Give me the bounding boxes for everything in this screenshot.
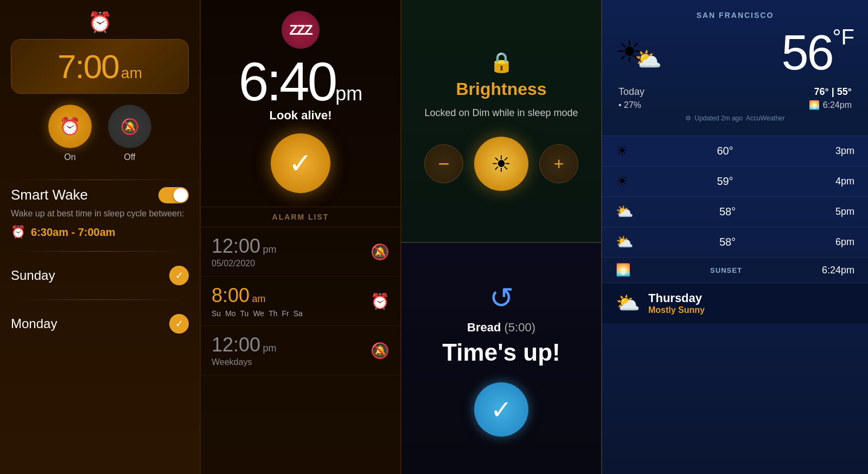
utils-panel: 🔒 Brightness Locked on Dim while in slee… — [401, 0, 602, 474]
hour-3pm-temp: 60° — [628, 145, 822, 157]
weather-hourly-list[interactable]: ☀ 60° 3pm ☀ 59° 4pm ⛅ 58° 5pm ⛅ 58° 6pm … — [602, 136, 868, 474]
timer-check-icon: ✓ — [490, 394, 512, 425]
alarm3-schedule: Weekdays — [212, 357, 277, 367]
brightness-title: Brightness — [456, 79, 546, 99]
timer-name: Bread (5:00) — [467, 321, 535, 335]
precipitation-value: • 27% — [618, 100, 641, 110]
hour-4pm-time: 4pm — [822, 176, 854, 187]
alarm-list-item-3[interactable]: 12:00 pm Weekdays 🔕 — [201, 326, 400, 375]
thursday-forecast: ⛅ Thursday Mostly Sunny — [602, 283, 868, 323]
updated-text: Updated 2m ago — [694, 114, 743, 122]
thursday-icon: ⛅ — [616, 292, 640, 315]
minus-icon: − — [438, 152, 449, 175]
hour-3pm-time: 3pm — [822, 145, 854, 157]
plus-icon: + — [554, 154, 564, 174]
smart-wake-label: Smart Wake — [11, 187, 88, 203]
hour-3pm-icon: ☀ — [616, 143, 628, 159]
sunset-value: 6:24pm — [822, 265, 854, 276]
temperature-value: 56 — [781, 25, 832, 81]
sunset-label: SUNSET — [630, 266, 822, 274]
weather-header: SAN FRANCISCO ☀ ⛅ 56 °F Today 76° | 55° … — [602, 0, 868, 136]
smart-wake-toggle[interactable] — [158, 187, 189, 203]
toggle-knob — [174, 188, 188, 202]
alarm1-date: 05/02/2020 — [212, 259, 277, 268]
hour-4pm-temp: 59° — [628, 175, 822, 188]
alarm1-info: 12:00 pm 05/02/2020 — [212, 235, 277, 268]
alarm-time: 7:00 — [58, 48, 119, 85]
divider-1 — [11, 180, 189, 180]
active-alarm-time: 6:40 pm — [239, 54, 363, 108]
sunset-icon: 🌅 — [616, 263, 630, 277]
alarm3-icon: 🔕 — [371, 342, 390, 360]
active-time-ampm: pm — [335, 84, 362, 104]
alarm-dismiss-button[interactable]: ✓ — [271, 133, 330, 193]
today-temp-range: 76° | 55° — [814, 86, 852, 98]
alarm-on-button[interactable]: ⏰ On — [48, 105, 92, 162]
brightness-panel: 🔒 Brightness Locked on Dim while in slee… — [401, 0, 601, 243]
today-label: Today — [618, 86, 644, 98]
sunset-today-time: 6:24pm — [823, 100, 852, 110]
weather-today-row: Today 76° | 55° — [616, 86, 854, 98]
weather-city: SAN FRANCISCO — [616, 11, 854, 20]
weather-precip-row: • 27% 🌅 6:24pm — [616, 98, 854, 112]
active-alarm-panel: ZZZ 6:40 pm Look alive! ✓ ALARM LIST 12:… — [201, 0, 401, 474]
source-name: AccuWeather — [746, 114, 785, 122]
alarm3-info: 12:00 pm Weekdays — [212, 334, 277, 367]
alarm-on-icon[interactable]: ⏰ — [48, 105, 92, 148]
hour-6pm-icon: ⛅ — [616, 234, 633, 251]
lock-icon: 🔒 — [489, 51, 514, 74]
sleep-range: ⏰ 6:30am - 7:00am — [11, 225, 189, 239]
brightness-indicator: ☀ — [474, 137, 528, 191]
weather-temp-display: 56 °F — [781, 25, 854, 81]
alarm-list-item-1[interactable]: 12:00 pm 05/02/2020 🔕 — [201, 227, 400, 277]
weather-hour-5pm: ⛅ 58° 5pm — [602, 196, 868, 227]
hour-5pm-temp: 58° — [633, 206, 822, 218]
brightness-decrease-button[interactable]: − — [424, 144, 463, 183]
alarm2-icon: ⏰ — [371, 292, 390, 310]
monday-check[interactable]: ✓ — [169, 314, 189, 334]
sunday-check[interactable]: ✓ — [169, 266, 189, 285]
alarm1-icon: 🔕 — [371, 243, 390, 261]
weather-sunset-row: 🌅 SUNSET 6:24pm — [602, 257, 868, 283]
alarm-off-icon[interactable]: 🔕 — [108, 105, 151, 148]
divider-3 — [11, 299, 189, 300]
hour-4pm-icon: ☀ — [616, 173, 628, 190]
alarm-list-item-2[interactable]: 8:00 am Su Mo Tu We Th Fr Sa ⏰ — [201, 277, 400, 326]
alarm-time-display[interactable]: 7:00 am — [11, 39, 189, 94]
on-off-row: ⏰ On 🔕 Off — [48, 105, 151, 162]
smart-wake-row: Smart Wake — [11, 187, 189, 203]
alarm-off-button[interactable]: 🔕 Off — [108, 105, 151, 162]
weather-sun-cloud-icon: ☀ ⛅ — [616, 34, 659, 72]
sun-icon: ☀ — [491, 151, 512, 177]
weather-updated: ⚙ Updated 2m ago AccuWeather — [616, 112, 854, 127]
alarm2-info: 8:00 am Su Mo Tu We Th Fr Sa — [212, 284, 303, 318]
thursday-condition: Mostly Sunny — [648, 305, 705, 315]
weather-panel: SAN FRANCISCO ☀ ⛅ 56 °F Today 76° | 55° … — [602, 0, 868, 474]
sunday-label: Sunday — [11, 268, 55, 283]
snooze-icon: ZZZ — [289, 22, 312, 39]
alarm3-time: 12:00 pm — [212, 334, 277, 356]
weather-top-row: ☀ ⛅ 56 °F — [616, 25, 854, 81]
sunday-row[interactable]: Sunday ✓ — [11, 258, 189, 293]
on-label: On — [64, 152, 75, 162]
alarm-icon: ⏰ — [88, 11, 112, 34]
brightness-increase-button[interactable]: + — [539, 144, 578, 183]
sleep-range-text: 6:30am - 7:00am — [31, 226, 116, 239]
alarm2-time: 8:00 am — [212, 284, 303, 307]
hour-5pm-icon: ⛅ — [616, 203, 633, 220]
monday-row[interactable]: Monday ✓ — [11, 306, 189, 341]
alarm2-days: Su Mo Tu We Th Fr Sa — [212, 309, 303, 318]
temperature-unit: °F — [833, 25, 854, 49]
hour-6pm-time: 6pm — [822, 236, 854, 248]
times-up-text: Time's up! — [442, 339, 560, 366]
alarm-list-header: ALARM LIST — [201, 207, 400, 227]
hour-6pm-temp: 58° — [633, 236, 822, 248]
divider-2 — [11, 251, 189, 252]
snooze-bubble[interactable]: ZZZ — [282, 11, 320, 49]
timer-dismiss-button[interactable]: ✓ — [474, 382, 528, 437]
alarm1-time: 12:00 pm — [212, 235, 277, 258]
sunset-today: 🌅 6:24pm — [809, 100, 852, 110]
accuweather-logo-icon: ⚙ — [685, 114, 691, 122]
look-alive-text: Look alive! — [270, 108, 332, 123]
timer-refresh-icon: ↺ — [489, 281, 514, 315]
